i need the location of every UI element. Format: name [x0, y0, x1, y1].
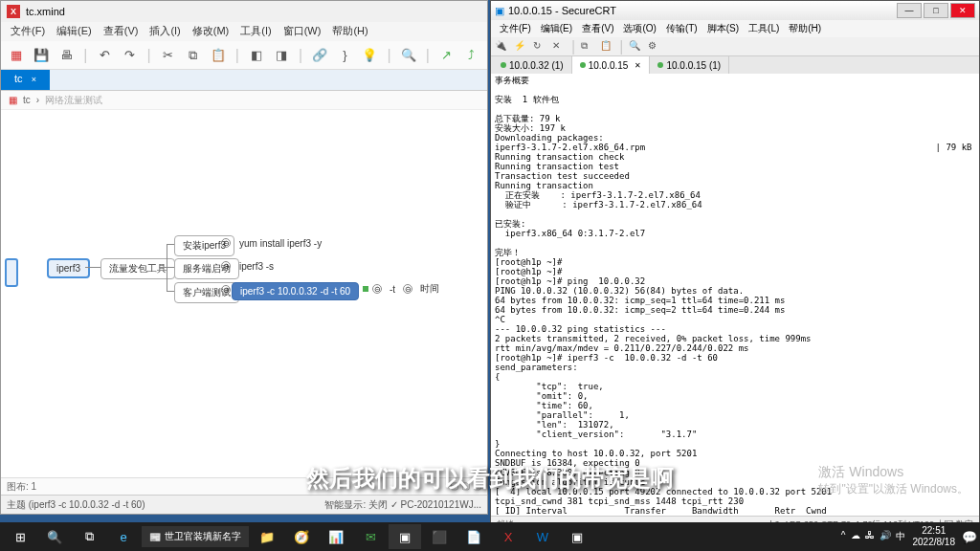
maximize-button[interactable]: □ [924, 3, 948, 18]
save-icon[interactable]: 💾 [33, 47, 49, 64]
menu-help[interactable]: 帮助(H) [326, 22, 373, 41]
xmind-titlebar[interactable]: X tc.xmind [1, 1, 487, 22]
taskbar-app-7[interactable]: 📄 [457, 524, 490, 549]
windows-activation-watermark: 激活 Windows 转到"设置"以激活 Windows。 [818, 464, 969, 497]
export-icon[interactable]: ⤴ [464, 47, 479, 64]
connect-icon[interactable]: 🔌 [495, 40, 508, 54]
securecrt-window: ▣ 10.0.0.15 - SecureCRT — □ ✕ 文件(F) 编辑(E… [490, 0, 980, 536]
scrt-tab-3[interactable]: 10.0.0.15 (1) [650, 56, 729, 74]
zoom-icon[interactable]: 🔍 [401, 47, 416, 64]
disconnect-icon[interactable]: ✕ [552, 40, 566, 54]
expand-icon[interactable]: ⊝ [221, 285, 231, 295]
xmind-app-icon: X [7, 5, 20, 18]
status-right: 智能显示: 关闭 ✓ PC-20210121WJ... [324, 498, 481, 512]
breadcrumb-child[interactable]: 网络流量测试 [45, 94, 102, 107]
menu-file[interactable]: 文件(F) [5, 22, 51, 41]
taskbar-app-4[interactable]: ✉ [354, 524, 387, 549]
terminal-output[interactable]: 事务概要 安装 1 软件包 总下载量: 79 k 安装大小: 197 k Dow… [491, 74, 979, 516]
taskbar-app-5[interactable]: ▣ [389, 524, 421, 549]
relation-icon[interactable]: 🔗 [312, 47, 327, 64]
scrt-menu-transfer[interactable]: 传输(T) [661, 20, 702, 37]
expand-icon[interactable]: ⊝ [221, 261, 231, 271]
expand-icon[interactable]: ⊝ [221, 238, 231, 248]
taskbar-app-2[interactable]: 🧭 [285, 524, 318, 549]
tab-close-icon[interactable]: × [32, 75, 36, 84]
menu-view[interactable]: 查看(V) [98, 22, 145, 41]
tray-cloud-icon[interactable]: ☁ [851, 530, 860, 543]
reconnect-icon[interactable]: ↻ [533, 40, 546, 54]
menu-edit[interactable]: 编辑(E) [51, 22, 98, 41]
menu-modify[interactable]: 修改(M) [187, 22, 235, 41]
node-icon[interactable]: ◧ [249, 47, 264, 64]
scrt-tab-1[interactable]: 10.0.0.32 (1) [493, 56, 572, 74]
share-icon[interactable]: ↗ [439, 47, 455, 64]
node-dash-t[interactable]: -t [386, 284, 399, 295]
taskview-button[interactable]: ⧉ [73, 524, 105, 549]
side-handle[interactable] [5, 258, 18, 287]
redo-icon[interactable]: ↷ [122, 47, 137, 64]
menu-window[interactable]: 窗口(W) [278, 22, 327, 41]
taskbar-search-text[interactable]: 📰 世卫官装填新名字 [142, 526, 249, 547]
node-tool[interactable]: 流量发包工具 [100, 258, 175, 279]
taskbar-app-1[interactable]: 📁 [251, 524, 283, 549]
node-server-cmd[interactable]: iperf3 -s [232, 258, 281, 275]
tab-close-icon[interactable]: ✕ [635, 61, 641, 70]
tray-ime-icon[interactable]: 中 [896, 530, 905, 543]
scrt-titlebar[interactable]: ▣ 10.0.0.15 - SecureCRT — □ ✕ [491, 1, 979, 20]
expand-icon[interactable]: ⊝ [372, 284, 382, 294]
xmind-tabs: tc × [1, 70, 487, 91]
scrt-tab-2[interactable]: 10.0.0.15✕ [572, 56, 651, 74]
tray-speaker-icon[interactable]: 🔊 [880, 530, 891, 543]
notification-icon[interactable]: 💬 [963, 524, 976, 549]
xmind-canvas[interactable]: iperf3 流量发包工具 安装iperf3 ⊝ yum install ipe… [1, 110, 487, 493]
status-dot-icon [501, 62, 506, 68]
quickconnect-icon[interactable]: ⚡ [514, 40, 527, 54]
scrt-menu-script[interactable]: 脚本(S) [702, 20, 744, 37]
paste-icon[interactable]: 📋 [211, 47, 226, 64]
taskbar-app-9[interactable]: W [526, 524, 559, 549]
scrt-menu-view[interactable]: 查看(V) [577, 20, 618, 37]
paste-icon[interactable]: 📋 [600, 40, 613, 54]
print-icon[interactable]: 🖶 [58, 47, 74, 64]
node-install-cmd[interactable]: yum install iperf3 -y [232, 235, 329, 252]
taskbar-app-6[interactable]: ⬛ [423, 524, 456, 549]
breadcrumb-root[interactable]: tc [23, 95, 31, 105]
copy-icon[interactable]: ⧉ [581, 40, 594, 54]
close-button[interactable]: ✕ [950, 3, 975, 18]
node-root[interactable]: iperf3 [47, 258, 90, 278]
edge-icon[interactable]: e [107, 524, 140, 549]
summary-icon[interactable]: } [337, 47, 352, 64]
bulb-icon[interactable]: 💡 [362, 47, 377, 64]
tray-net-icon[interactable]: 🖧 [865, 530, 875, 543]
taskbar-app-scrt[interactable]: ▣ [561, 524, 593, 549]
tray-up-icon[interactable]: ^ [841, 530, 846, 543]
node-time[interactable]: 时间 [416, 282, 443, 296]
scrt-menu-file[interactable]: 文件(F) [495, 20, 536, 37]
windows-taskbar: ⊞ 🔍 ⧉ e 📰 世卫官装填新名字 📁 🧭 📊 ✉ ▣ ⬛ 📄 X W ▣ ^… [0, 522, 980, 551]
taskbar-clock[interactable]: 22:51 2022/8/18 [913, 525, 956, 548]
undo-icon[interactable]: ↶ [97, 47, 112, 64]
system-tray[interactable]: ^ ☁ 🖧 🔊 中 [841, 530, 905, 543]
taskbar-app-3[interactable]: 📊 [320, 524, 352, 549]
minimize-button[interactable]: — [897, 3, 922, 18]
start-button[interactable]: ⊞ [4, 524, 36, 549]
scrt-menu-edit[interactable]: 编辑(E) [536, 20, 577, 37]
xmind-toolbar: ▦ 💾 🖶 | ↶ ↷ | ✂ ⧉ 📋 | ◧ ◨ | 🔗 } 💡 | 🔍 | … [1, 41, 487, 70]
find-icon[interactable]: 🔍 [629, 40, 642, 54]
subnode-icon[interactable]: ◨ [274, 47, 289, 64]
copy-icon[interactable]: ⧉ [186, 47, 201, 64]
settings-icon[interactable]: ⚙ [648, 40, 661, 54]
xmind-tab-active[interactable]: tc × [1, 70, 50, 90]
scrt-menu-help[interactable]: 帮助(H) [784, 20, 826, 37]
new-icon[interactable]: ▦ [9, 47, 24, 64]
search-button[interactable]: 🔍 [38, 524, 71, 549]
menu-insert[interactable]: 插入(I) [144, 22, 186, 41]
node-client-cmd[interactable]: iperf3 -c 10.0.0.32 -d -t 60 [232, 282, 359, 300]
scrt-menu-options[interactable]: 选项(O) [618, 20, 660, 37]
xmind-window: X tc.xmind 文件(F) 编辑(E) 查看(V) 插入(I) 修改(M)… [0, 0, 488, 515]
cut-icon[interactable]: ✂ [161, 47, 176, 64]
expand-icon[interactable]: ⊝ [403, 284, 412, 294]
scrt-menu-tools[interactable]: 工具(L) [744, 20, 784, 37]
taskbar-app-xmind[interactable]: X [492, 524, 524, 549]
menu-tools[interactable]: 工具(I) [234, 22, 277, 41]
